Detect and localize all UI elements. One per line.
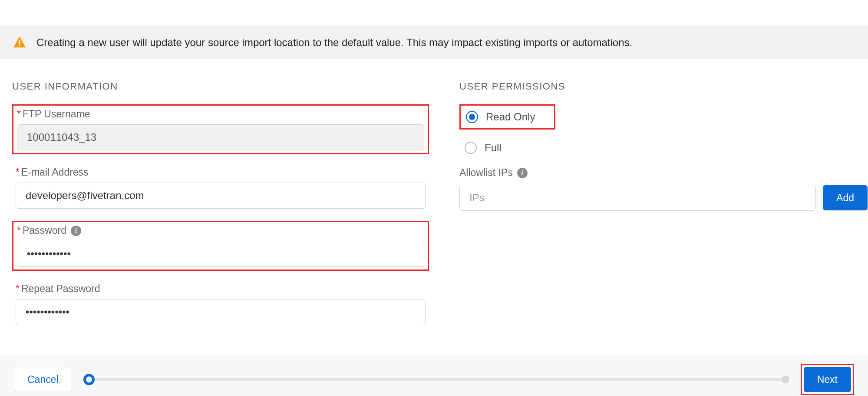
warning-icon	[12, 35, 27, 50]
ftp-username-group: *FTP Username	[12, 104, 429, 154]
next-button[interactable]: Next	[804, 367, 851, 392]
radio-full[interactable]	[465, 142, 477, 154]
alert-banner: Creating a new user will update your sou…	[0, 26, 868, 59]
permission-read-only-row[interactable]: Read Only	[459, 104, 555, 130]
next-button-highlight: Next	[801, 364, 854, 395]
user-information-heading: USER INFORMATION	[12, 81, 429, 92]
permission-full-label: Full	[485, 142, 502, 154]
wizard-footer: Cancel Next	[0, 355, 868, 396]
alert-message: Creating a new user will update your sou…	[36, 37, 632, 49]
add-button[interactable]: Add	[823, 185, 868, 210]
info-icon[interactable]: i	[517, 168, 528, 178]
progress-step-next	[782, 376, 789, 383]
email-input[interactable]	[16, 183, 426, 209]
ftp-username-input[interactable]	[17, 124, 424, 150]
user-permissions-heading: USER PERMISSIONS	[459, 81, 868, 92]
permission-read-only-label: Read Only	[486, 111, 535, 123]
email-label: *E-mail Address	[16, 166, 426, 178]
ftp-username-label: *FTP Username	[17, 108, 424, 120]
svg-rect-1	[19, 45, 20, 46]
password-label: *Password i	[17, 225, 424, 236]
svg-rect-0	[19, 40, 20, 44]
allowlist-ips-input[interactable]	[459, 185, 816, 211]
repeat-password-input[interactable]	[16, 299, 426, 325]
repeat-password-group: *Repeat Password	[12, 280, 429, 328]
info-icon[interactable]: i	[71, 226, 81, 236]
password-group: *Password i	[12, 221, 429, 271]
email-group: *E-mail Address	[12, 164, 429, 211]
allowlist-label: Allowlist IPs i	[459, 167, 868, 179]
permission-full-row[interactable]: Full	[459, 139, 868, 156]
radio-read-only[interactable]	[466, 111, 478, 123]
cancel-button[interactable]: Cancel	[14, 367, 72, 392]
repeat-password-label: *Repeat Password	[16, 283, 426, 295]
wizard-progress	[85, 374, 788, 385]
progress-step-current	[83, 374, 95, 385]
password-input[interactable]	[17, 241, 424, 267]
